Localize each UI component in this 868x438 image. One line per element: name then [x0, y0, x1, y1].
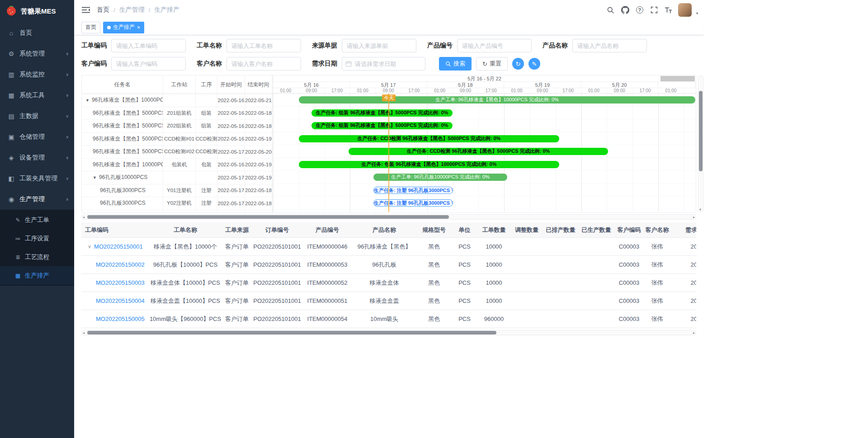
- worktable-cell-12: C00003: [614, 279, 644, 286]
- scrollbar-thumb[interactable]: [87, 215, 449, 219]
- customer-name-input[interactable]: [226, 57, 301, 71]
- sidebar-item-system[interactable]: ⚙系统管理∨: [0, 43, 74, 64]
- customer-code-input[interactable]: [111, 57, 186, 71]
- today-label: 今天: [382, 94, 396, 101]
- work-order-link[interactable]: MO202205150005: [96, 316, 145, 322]
- scroll-left-icon[interactable]: ◂: [83, 330, 85, 336]
- worktable-cell-4: ITEM00000051: [302, 297, 353, 304]
- day-gridline: [658, 94, 659, 212]
- table-row[interactable]: MO202205150004移液盒盒盖【10000】PCS客户订单PO20220…: [81, 292, 696, 310]
- gantt-task-name: 96孔移液盒【黑色】5000PCS: [82, 133, 163, 146]
- app-logo[interactable]: 苦糖果MES: [0, 0, 74, 23]
- worktable-cell-13: 张伟: [644, 315, 670, 323]
- worktable-cell-7: PCS: [452, 297, 477, 304]
- fullscreen-icon[interactable]: [649, 5, 659, 15]
- process-icon: ≔: [14, 235, 21, 242]
- scroll-right-icon[interactable]: ▸: [693, 330, 695, 336]
- search-button[interactable]: 搜索: [439, 57, 472, 71]
- tab-1[interactable]: 生产排产×: [103, 22, 144, 33]
- breadcrumb-item[interactable]: 生产管理: [119, 6, 145, 14]
- gantt-bar[interactable]: 生产任务: 注塑 96孔孔板3000PCS 完成比例: 0%: [373, 187, 453, 194]
- gantt-process: [196, 171, 217, 184]
- gantt-vertical-scrollbar[interactable]: ▾: [698, 75, 703, 212]
- work-order-link[interactable]: MO202205150001: [94, 243, 143, 250]
- timeline-hour: 17:00: [632, 88, 658, 93]
- font-size-icon[interactable]: [664, 5, 674, 15]
- sidebar-subitem-work-order[interactable]: ✎生产工单: [0, 211, 74, 229]
- caret-down-icon[interactable]: ▾: [696, 11, 698, 15]
- work-order-link[interactable]: MO202205150002: [96, 261, 145, 268]
- help-icon[interactable]: ?: [635, 5, 645, 15]
- work-order-link[interactable]: MO202205150004: [96, 297, 145, 304]
- gantt-bar[interactable]: 生产任务: 包装 96孔移液盒【黑色】10000PCS 完成比例: 0%: [299, 161, 559, 168]
- gantt-task-row: ▼96孔移液盒【黑色】10000PCS2022-05-162022-05-21: [82, 94, 273, 107]
- scroll-left-icon[interactable]: ◂: [83, 215, 85, 220]
- scrollbar-thumb[interactable]: [699, 91, 703, 171]
- scrollbar-thumb[interactable]: [87, 331, 496, 334]
- work-order-link[interactable]: MO202205150003: [96, 279, 145, 286]
- sidebar-subitem-process-setting[interactable]: ≔工序设置: [0, 229, 74, 248]
- product-code-input[interactable]: [457, 39, 532, 52]
- close-icon[interactable]: ×: [137, 25, 140, 30]
- search-icon[interactable]: [606, 5, 616, 15]
- source-doc-input[interactable]: [342, 39, 416, 52]
- work-order-code-input[interactable]: [111, 39, 186, 52]
- gantt-table-header: 任务名工作站工序开始时间结束时间: [82, 75, 273, 94]
- gantt-horizontal-scrollbar[interactable]: ◂ ▸: [81, 214, 696, 220]
- worktable-cell-4: ITEM00000052: [302, 279, 353, 286]
- gantt-bar[interactable]: 生产任务: CCD检测 96孔移液盒【黑色】5000PCS 完成比例: 0%: [299, 135, 559, 142]
- worktable-col-1: 工单名称: [149, 226, 222, 234]
- table-row[interactable]: MO20220515000510mm吸头【960000】PCS客户订单PO202…: [81, 310, 696, 328]
- github-icon[interactable]: [620, 5, 630, 15]
- sidebar-item-production[interactable]: ◉生产管理∧: [0, 189, 74, 210]
- sidebar-item-home[interactable]: ⌂首页: [0, 23, 74, 43]
- worktable-body: ∨MO202205150001移液盒【黑色】10000个客户订单PO202205…: [81, 238, 696, 328]
- input-wrap: [111, 39, 186, 52]
- sidebar-item-masterdata[interactable]: ▤主数据∨: [0, 106, 74, 127]
- table-row[interactable]: MO20220515000296孔孔板【10000】PCS客户订单PO20220…: [81, 256, 696, 274]
- worktable-col-3: 订单编号: [252, 226, 302, 234]
- breadcrumb-item[interactable]: 生产排产: [154, 6, 179, 14]
- gantt-bar[interactable]: 生产任务: 组装 96孔移液盒【黑色】5000PCS 完成比例: 0%: [311, 109, 453, 117]
- work-order-name-input[interactable]: [226, 39, 301, 52]
- scroll-down-icon[interactable]: ▾: [699, 207, 701, 212]
- worktable-cell-8: 10000: [477, 297, 511, 304]
- sidebar-item-monitor[interactable]: ▥系统监控∨: [0, 64, 74, 85]
- product-name-input[interactable]: [572, 39, 647, 52]
- edit-circle-button[interactable]: ✎: [528, 58, 540, 70]
- sidebar-item-tools[interactable]: ▦系统工具∨: [0, 85, 74, 106]
- sidebar-toggle-icon[interactable]: [81, 5, 90, 14]
- device-icon: ◈: [7, 154, 15, 161]
- expand-icon[interactable]: ∨: [88, 244, 91, 250]
- worktable-cell-2: 客户订单: [222, 279, 252, 287]
- task-label: 96孔移液盒【黑色】5000PCS: [93, 109, 163, 117]
- sidebar-item-label: 生产管理: [19, 195, 64, 203]
- timeline-hour: 09:00: [607, 88, 632, 93]
- avatar[interactable]: [678, 3, 692, 17]
- gantt-bar[interactable]: 生产工单: 96孔移液盒【黑色】10000PCS 完成比例: 0%: [299, 96, 695, 104]
- sidebar-subitem-scheduling[interactable]: ▦生产排产: [0, 266, 74, 285]
- scroll-right-icon[interactable]: ▸: [693, 215, 695, 220]
- sidebar-item-warehouse[interactable]: ▣仓储管理∨: [0, 127, 74, 147]
- gantt-process: 注塑: [196, 197, 217, 210]
- breadcrumb-item[interactable]: 首页: [97, 6, 109, 14]
- table-row[interactable]: MO202205150003移液盒盒体【10000】PCS客户订单PO20220…: [81, 274, 696, 292]
- sidebar-subitem-process-flow[interactable]: ≣工艺流程: [0, 248, 74, 266]
- tab-0[interactable]: 首页: [81, 22, 100, 33]
- gantt-bar[interactable]: 生产任务: 组装 96孔移液盒【黑色】5000PCS 完成比例: 0%: [311, 122, 453, 129]
- worktable-cell-12: C00003: [614, 243, 644, 250]
- table-row[interactable]: ∨MO202205150001移液盒【黑色】10000个客户订单PO202205…: [81, 238, 696, 256]
- demand-date-input[interactable]: [342, 57, 425, 71]
- gantt-bar[interactable]: 生产工单: 96孔孔板10000PCS 完成比例: 0%: [373, 174, 507, 181]
- gantt-bar[interactable]: 生产任务: 注塑 96孔孔板3000PCS 完成比例: 0%: [373, 199, 453, 207]
- reset-button[interactable]: ↻ 重置: [476, 57, 508, 71]
- worktable-col-11: 已生产数量: [579, 226, 614, 234]
- sidebar-item-fixture[interactable]: ◧工装夹具管理∨: [0, 168, 74, 189]
- worktable-cell-6: 黑色: [416, 279, 452, 287]
- gantt-bar[interactable]: 生产任务: CCD检测 96孔移液盒【黑色】5000PCS 完成比例: 0%: [349, 148, 608, 155]
- collapse-icon[interactable]: ▼: [93, 175, 97, 180]
- table-horizontal-scrollbar[interactable]: ◂ ▸: [81, 330, 696, 335]
- sidebar-item-device[interactable]: ◈设备管理∨: [0, 147, 74, 168]
- refresh-circle-button[interactable]: ↻: [512, 58, 524, 70]
- collapse-icon[interactable]: ▼: [85, 98, 90, 103]
